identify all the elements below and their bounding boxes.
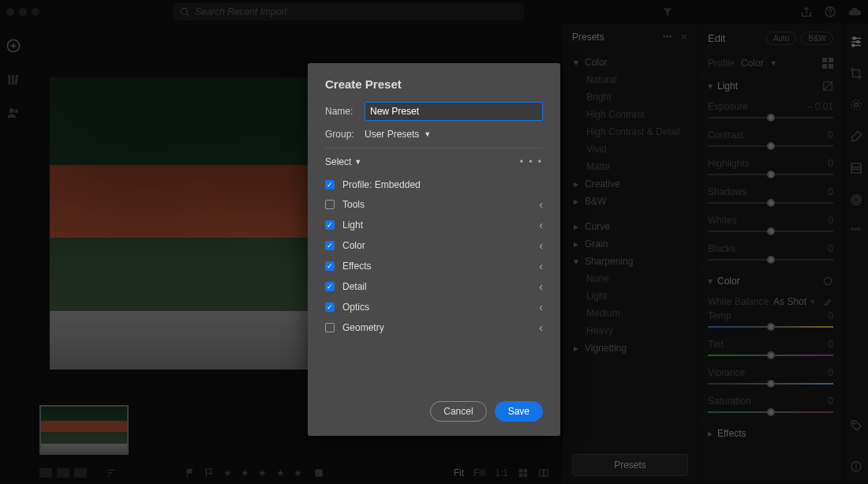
chevron-down-icon: ▼ [424,130,431,138]
preset-option-row[interactable]: Optics ‹ [325,297,543,317]
chevron-left-icon[interactable]: ‹ [539,219,543,231]
checkbox[interactable] [325,200,335,209]
preset-option-row[interactable]: Effects ‹ [325,256,543,276]
preset-option-label: Color [342,240,365,251]
cancel-button[interactable]: Cancel [430,401,486,422]
preset-option-label: Light [342,219,363,231]
preset-option-label: Profile: Embedded [342,179,421,190]
name-label: Name: [325,106,357,117]
checkbox[interactable] [325,180,335,189]
preset-name-input[interactable] [365,102,543,121]
chevron-left-icon[interactable]: ‹ [539,198,543,211]
group-label: Group: [325,129,357,140]
select-all-dropdown[interactable]: Select ▼ [325,156,361,167]
checkbox[interactable] [325,323,335,332]
preset-option-row[interactable]: Geometry ‹ [325,317,543,338]
checkbox[interactable] [325,282,335,291]
preset-option-label: Effects [342,261,371,272]
preset-option-label: Optics [342,302,369,313]
chevron-down-icon: ▼ [354,158,361,166]
checkbox[interactable] [325,302,335,312]
preset-option-row[interactable]: Profile: Embedded [325,175,543,194]
group-select[interactable]: User Presets ▼ [365,129,431,140]
chevron-left-icon[interactable]: ‹ [539,239,543,252]
preset-option-row[interactable]: Color ‹ [325,235,543,256]
chevron-left-icon[interactable]: ‹ [539,280,543,293]
preset-option-row[interactable]: Light ‹ [325,215,543,235]
save-button[interactable]: Save [495,401,543,422]
preset-option-label: Tools [342,199,365,210]
preset-option-label: Geometry [342,322,384,333]
chevron-left-icon[interactable]: ‹ [539,260,543,272]
preset-option-row[interactable]: Detail ‹ [325,276,543,297]
checkbox[interactable] [325,220,335,230]
dialog-title: Create Preset [325,77,543,91]
create-preset-dialog: Create Preset Name: Group: User Presets … [308,63,560,436]
checkbox[interactable] [325,261,335,271]
chevron-left-icon[interactable]: ‹ [539,321,543,334]
checkbox[interactable] [325,241,335,250]
preset-option-label: Detail [342,281,367,292]
dialog-more-icon[interactable]: • • • [520,156,543,167]
chevron-left-icon[interactable]: ‹ [539,301,543,313]
preset-option-row[interactable]: Tools ‹ [325,194,543,215]
